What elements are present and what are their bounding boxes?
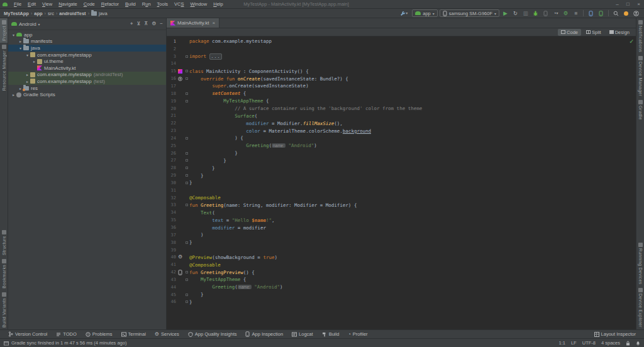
collapse-all-button[interactable]: ⊼ [144, 21, 148, 26]
line-number[interactable]: 43 [167, 277, 176, 282]
line-number[interactable]: 24 [167, 136, 176, 141]
code-line[interactable]: 45 } [167, 291, 636, 299]
tree-item-manifests[interactable]: ▸manifests [8, 38, 166, 45]
line-number[interactable]: 31 [167, 188, 176, 193]
line-number[interactable]: 35 [167, 218, 176, 223]
gutter-device-icon[interactable] [176, 270, 184, 275]
menu-file[interactable]: File [11, 1, 25, 7]
breadcrumb-app[interactable]: app [34, 11, 42, 16]
code-line[interactable]: 17 super.onCreate(savedInstanceState) [167, 82, 636, 90]
fold-marker[interactable] [184, 182, 189, 184]
write-access-lock-icon[interactable] [626, 341, 630, 346]
fold-marker[interactable] [184, 137, 189, 140]
code-line[interactable]: 44 Greeting(name: "Android") [167, 284, 636, 291]
code-line[interactable]: 46} [167, 299, 636, 306]
fold-marker[interactable] [184, 77, 189, 80]
close-icon[interactable]: × [213, 20, 216, 26]
toolwindow-build[interactable]: Build [318, 331, 344, 337]
toolwindow-todo[interactable]: TODO [52, 331, 81, 337]
stripe-tab-device-manager[interactable]: Device Manager [636, 54, 644, 98]
menu-build[interactable]: Build [122, 1, 139, 7]
code-line[interactable]: 39 [167, 246, 636, 254]
apply-changes-button[interactable]: ↻ [511, 9, 519, 17]
fold-marker[interactable] [184, 300, 189, 303]
code-line[interactable]: 35 text = "Hello $name!", [167, 216, 636, 224]
code-editor[interactable]: 1package com.example.mytestapp23import .… [167, 36, 636, 329]
notifications-icon[interactable] [636, 341, 640, 346]
fold-marker[interactable] [184, 271, 189, 273]
tree-item-ui-theme[interactable]: ▸ui.theme [8, 58, 166, 65]
toolwindow-logcat[interactable]: Logcat [287, 331, 318, 337]
menu-vcs[interactable]: VCS [171, 1, 187, 7]
editor-tab-mainactivity[interactable]: MainActivity.kt × [167, 18, 219, 28]
code-text[interactable]: modifier = Modifier.fillMaxSize(), [189, 121, 343, 126]
tree-item-gradle-scripts[interactable]: ▸Gradle Scripts [8, 91, 166, 98]
code-line[interactable]: 32@Composable [167, 194, 636, 202]
fold-marker[interactable] [184, 100, 189, 102]
code-text[interactable]: } [189, 165, 215, 171]
code-text[interactable]: MyTestAppTheme { [189, 277, 246, 282]
sync-status-dot[interactable] [622, 9, 630, 17]
line-number[interactable]: 16 [167, 76, 176, 81]
line-number[interactable]: 36 [167, 225, 176, 230]
code-line[interactable]: 42fun GreetingPreview() { [167, 268, 636, 276]
menu-refactor[interactable]: Refactor [98, 1, 122, 7]
code-line[interactable]: 23 color = MaterialTheme.colorScheme.bac… [167, 127, 636, 135]
menu-navigate[interactable]: Navigate [55, 1, 80, 7]
fold-marker[interactable] [184, 55, 189, 58]
stripe-tab-gradle[interactable]: Gradle [636, 98, 644, 122]
line-number[interactable]: 46 [167, 299, 176, 304]
stripe-tab-resource-manager[interactable]: Resource Manager [0, 43, 8, 92]
code-text[interactable]: override fun onCreate(savedInstanceState… [189, 76, 348, 82]
device-manager-button[interactable] [587, 9, 595, 17]
breadcrumb-mytestapp[interactable]: MyTestApp [4, 11, 29, 16]
tree-toggle-icon[interactable]: ▸ [11, 92, 16, 97]
code-line[interactable]: 25 Greeting(name: "Android") [167, 142, 636, 150]
line-number[interactable]: 21 [167, 113, 176, 118]
fold-marker[interactable] [184, 167, 189, 169]
fold-marker[interactable] [184, 174, 189, 177]
line-number[interactable]: 3 [167, 54, 176, 59]
code-line[interactable]: 30} [167, 179, 636, 187]
code-text[interactable]: @Preview(showBackground = true) [189, 255, 277, 260]
toolwindow-profiler[interactable]: ◔Profiler [343, 331, 372, 337]
run-configuration-combo[interactable]: app▾ [412, 9, 438, 17]
mode-split-button[interactable]: Split [583, 29, 604, 36]
tree-item-com-example-mytestapp[interactable]: ▸com.example.mytestapp(androidTest) [8, 72, 166, 79]
menu-window[interactable]: Window [187, 1, 211, 7]
tree-toggle-icon[interactable]: ▸ [31, 59, 37, 63]
code-line[interactable]: 27 } [167, 157, 636, 165]
device-selector-combo[interactable]: samsung SM-G960F▾ [440, 9, 499, 17]
menu-code[interactable]: Code [80, 1, 98, 7]
line-number[interactable]: 23 [167, 128, 176, 133]
toolwindow-app-inspection[interactable]: App Inspection [241, 331, 287, 337]
menu-tools[interactable]: Tools [154, 1, 172, 7]
toolwindow-services[interactable]: ⚙Services [150, 331, 184, 337]
mode-design-button[interactable]: Design [606, 29, 633, 36]
code-text[interactable]: import ... [189, 53, 222, 59]
account-avatar[interactable] [632, 9, 640, 17]
close-button[interactable]: × [633, 1, 644, 7]
fold-marker[interactable] [184, 294, 189, 296]
toolwindow-layout-inspector[interactable]: Layout Inspector [590, 331, 640, 337]
code-text[interactable]: ) [189, 232, 204, 238]
stripe-tab-structure[interactable]: Structure [0, 228, 8, 257]
code-line[interactable]: 1package com.example.mytestapp [167, 38, 636, 45]
line-number[interactable]: 2 [167, 47, 176, 52]
code-text[interactable]: } [189, 158, 226, 163]
status-4-spaces[interactable]: 4 spaces [601, 340, 620, 346]
gutter-gear-icon[interactable]: ⚙ [176, 255, 184, 260]
stripe-tab-bookmarks[interactable]: Bookmarks [0, 257, 8, 290]
tree-toggle-icon[interactable]: ▸ [18, 39, 23, 43]
stripe-tab-running-devices[interactable]: Running Devices [636, 241, 644, 286]
code-line[interactable]: 34 Text( [167, 209, 636, 216]
code-text[interactable]: fun GreetingPreview() { [189, 270, 255, 275]
code-line[interactable]: 40⚙@Preview(showBackground = true) [167, 253, 636, 261]
tree-item-java[interactable]: ▾java [8, 45, 166, 52]
line-number[interactable]: 14 [167, 61, 176, 66]
line-number[interactable]: 26 [167, 151, 176, 156]
code-text[interactable]: @Composable [189, 262, 221, 268]
line-number[interactable]: 27 [167, 158, 176, 163]
tree-toggle-icon[interactable]: ▾ [25, 53, 30, 57]
code-text[interactable]: } [189, 150, 238, 156]
